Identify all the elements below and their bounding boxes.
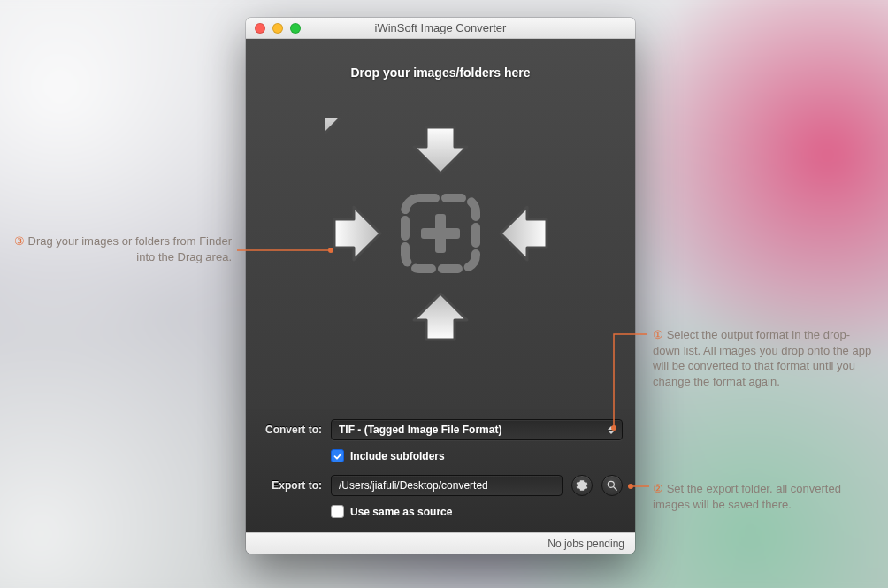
svg-rect-2 bbox=[421, 228, 460, 239]
callout-3: ③ Drag your images or folders from Finde… bbox=[12, 233, 232, 264]
use-same-as-source-row: Use same as source bbox=[331, 505, 623, 518]
callout-2: ② Set the export folder. all converted i… bbox=[653, 481, 872, 512]
drop-hint-text: Drop your images/folders here bbox=[246, 65, 635, 80]
export-path-field[interactable]: /Users/jiafuli/Desktop/converted bbox=[331, 475, 563, 496]
status-bar: No jobs pending bbox=[246, 532, 635, 554]
callout-1-num: ① bbox=[653, 328, 663, 341]
export-settings-button[interactable] bbox=[571, 475, 593, 496]
svg-line-4 bbox=[614, 487, 617, 491]
gear-icon bbox=[576, 479, 588, 492]
select-caret-icon bbox=[608, 426, 615, 434]
use-same-as-source-label: Use same as source bbox=[350, 506, 452, 518]
convert-format-select[interactable]: TIF - (Tagged Image File Format) bbox=[331, 419, 623, 440]
titlebar: iWinSoft Image Converter bbox=[246, 18, 635, 39]
drop-area[interactable]: Drop your images/folders here bbox=[246, 39, 635, 409]
app-window: iWinSoft Image Converter Drop your image… bbox=[246, 18, 635, 554]
magnifier-icon bbox=[606, 479, 618, 492]
callout-2-num: ② bbox=[653, 482, 663, 495]
export-path-value: /Users/jiafuli/Desktop/converted bbox=[339, 479, 488, 492]
use-same-as-source-checkbox[interactable] bbox=[331, 505, 344, 518]
convert-format-value: TIF - (Tagged Image File Format) bbox=[339, 424, 501, 436]
controls-panel: Convert to: TIF - (Tagged Image File For… bbox=[246, 409, 635, 532]
drop-target-icon bbox=[325, 118, 555, 348]
callout-3-num: ③ bbox=[14, 234, 25, 248]
callout-2-text: Set the export folder. all converted ima… bbox=[653, 482, 841, 511]
include-subfolders-label: Include subfolders bbox=[350, 450, 445, 462]
convert-row: Convert to: TIF - (Tagged Image File For… bbox=[258, 419, 623, 440]
svg-point-3 bbox=[608, 481, 614, 487]
export-row: Export to: /Users/jiafuli/Desktop/conver… bbox=[258, 475, 623, 496]
reveal-in-finder-button[interactable] bbox=[601, 475, 623, 496]
window-title: iWinSoft Image Converter bbox=[246, 21, 635, 34]
callout-1: ① Select the output format in the drop-d… bbox=[653, 327, 872, 389]
export-to-label: Export to: bbox=[258, 479, 322, 492]
convert-to-label: Convert to: bbox=[258, 424, 322, 436]
include-subfolders-checkbox[interactable] bbox=[331, 449, 344, 462]
callout-3-text: Drag your images or folders from Finder … bbox=[28, 234, 232, 263]
status-text: No jobs pending bbox=[547, 538, 624, 550]
callout-1-text: Select the output format in the drop-dow… bbox=[653, 328, 871, 388]
include-subfolders-row: Include subfolders bbox=[331, 449, 623, 462]
